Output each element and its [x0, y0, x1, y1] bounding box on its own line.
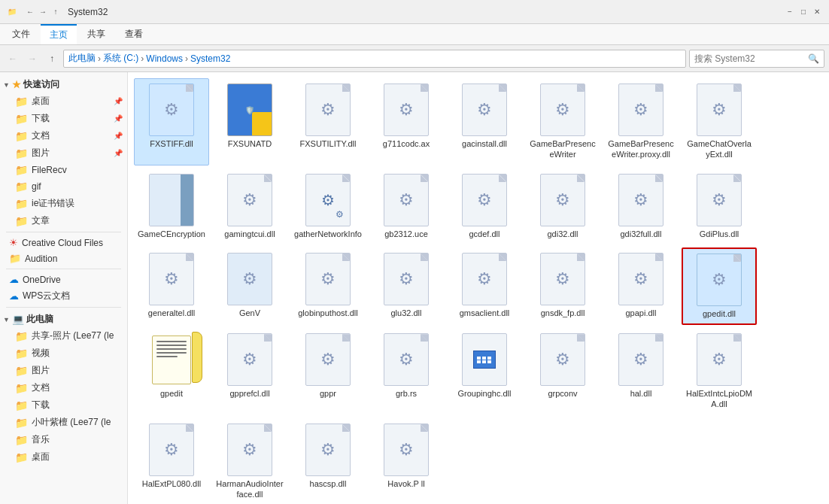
sidebar-item-article[interactable]: 📁 文章 — [6, 212, 127, 229]
file-item-grpconv[interactable]: ⚙ grpconv — [525, 328, 600, 415]
file-item-g711[interactable]: ⚙ g711codc.ax — [369, 78, 444, 165]
file-item-gamecrypt[interactable]: GameCEncryption — [134, 169, 209, 244]
sidebar-wps[interactable]: ☁ WPS云文档 — [0, 287, 127, 305]
breadcrumb-system32[interactable]: System32 — [190, 53, 230, 64]
file-item-gamechat[interactable]: ⚙ GameChatOverlayExt.dll — [682, 78, 757, 165]
file-icon-wrap: ⚙ — [223, 253, 276, 305]
file-icon-wrap: ⚙ — [615, 83, 667, 136]
file-item-gamingtcui[interactable]: ⚙ gamingtcui.dll — [212, 169, 287, 244]
sidebar-item-ie-error[interactable]: 📁 ie证书错误 — [6, 195, 127, 212]
gear-icon: ⚙ — [320, 442, 336, 458]
file-item-groupinghc[interactable]: Groupinghc.dll — [447, 328, 522, 415]
tab-file[interactable]: 文件 — [3, 25, 39, 44]
forward-nav-icon[interactable]: → — [37, 6, 49, 18]
gear-icon: ⚙ — [320, 102, 336, 118]
tab-home[interactable]: 主页 — [41, 24, 77, 44]
file-item-gamebar1[interactable]: ⚙ GameBarPresenceWriter — [525, 78, 600, 165]
folder-icon: 📁 — [15, 113, 28, 125]
file-item-gppr[interactable]: ⚙ gppr — [290, 328, 366, 415]
file-item-gpapi[interactable]: ⚙ gpapi.dll — [603, 247, 679, 325]
file-item-gcdef[interactable]: ⚙ gcdef.dll — [447, 169, 522, 244]
sidebar-label-gif: gif — [32, 181, 41, 192]
sidebar-shared-photos[interactable]: 📁 共享-照片 (Lee77 (le — [6, 327, 127, 345]
sidebar-audition[interactable]: 📁 Audition — [0, 250, 127, 266]
file-item-gpedit[interactable]: gpedit — [134, 328, 209, 415]
breadcrumb-windows[interactable]: Windows — [146, 53, 183, 64]
sidebar-xiaoyezi[interactable]: 📁 小叶紫檀 (Lee77 (le — [6, 414, 127, 431]
close-button[interactable]: ✕ — [811, 6, 823, 18]
file-item-halext-pl080[interactable]: ⚙ HalExtPL080.dll — [134, 418, 209, 504]
file-label: gpedit — [160, 388, 183, 399]
dll-icon: ⚙ — [305, 333, 351, 386]
file-item-gpprefcl[interactable]: ⚙ gpprefcl.dll — [212, 328, 287, 415]
file-label: gdi32.dll — [548, 229, 578, 239]
tab-share[interactable]: 共享 — [78, 25, 114, 44]
sidebar-item-filerecv[interactable]: 📁 FileRecv — [6, 162, 127, 178]
file-item-gamebar2[interactable]: ⚙ GameBarPresenceWriter.proxy.dll — [603, 78, 679, 165]
file-item-harman[interactable]: ⚙ HarmanAudioInterface.dll — [212, 418, 287, 504]
sidebar-label-desktop: 桌面 — [32, 95, 50, 108]
file-item-glu32[interactable]: ⚙ glu32.dll — [369, 247, 444, 325]
dll-icon: ⚙ — [305, 253, 351, 305]
minimize-button[interactable]: − — [784, 6, 796, 18]
back-button[interactable]: ← — [5, 50, 21, 67]
up-button[interactable]: ↑ — [44, 50, 60, 67]
file-item-hal[interactable]: ⚙ hal.dll — [603, 328, 679, 415]
file-label: gamingtcui.dll — [224, 229, 275, 239]
search-input[interactable] — [694, 53, 808, 64]
file-item-gpedit-dll[interactable]: ⚙ gpedit.dll — [682, 247, 757, 325]
gear-icon: ⚙ — [164, 271, 179, 287]
sidebar-item-gif[interactable]: 📁 gif — [6, 178, 127, 195]
sidebar-quick-access[interactable]: ▼ ★ 快速访问 — [0, 75, 127, 93]
file-item-gathernetwork[interactable]: ⚙ ⚙ gatherNetworkInfo — [290, 169, 366, 244]
file-label: gdi32full.dll — [620, 229, 661, 239]
gear-icon: ⚙ — [242, 351, 257, 368]
file-item-gacinstall[interactable]: ⚙ gacinstall.dll — [447, 78, 522, 165]
file-item-gmsaclient[interactable]: ⚙ gmsaclient.dll — [447, 247, 522, 325]
file-item-grb[interactable]: ⚙ grb.rs — [369, 328, 444, 415]
sidebar-item-desktop[interactable]: 📁 桌面 📌 — [6, 93, 127, 110]
file-item-globinputhost[interactable]: ⚙ globinputhost.dll — [290, 247, 366, 325]
tab-view[interactable]: 查看 — [116, 25, 152, 44]
maximize-button[interactable]: □ — [797, 6, 809, 18]
forward-button[interactable]: → — [24, 50, 41, 67]
sidebar-this-pc[interactable]: ▼ 💻 此电脑 — [0, 310, 127, 327]
sidebar-item-downloads[interactable]: 📁 下载 📌 — [6, 110, 127, 127]
dll-icon: ⚙ — [540, 333, 585, 386]
breadcrumb-computer[interactable]: 此电脑 — [68, 52, 96, 65]
dll-icon: ⚙ ⚙ — [305, 174, 351, 226]
file-item-gnsdk[interactable]: ⚙ gnsdk_fp.dll — [525, 247, 600, 325]
sidebar-pictures2[interactable]: 📁 图片 — [6, 362, 127, 379]
sidebar-item-pictures[interactable]: 📁 图片 📌 — [6, 144, 127, 162]
file-item-havok[interactable]: ⚙ Havok.P ll — [369, 418, 444, 504]
breadcrumb-c[interactable]: 系统 (C:) — [103, 52, 138, 65]
file-item-hascsp[interactable]: ⚙ hascsp.dll — [290, 418, 366, 504]
file-item-fxsutility[interactable]: ⚙ FXSUTILITY.dll — [290, 78, 366, 165]
dll-icon: ⚙ — [540, 174, 585, 226]
file-item-gdi32[interactable]: ⚙ gdi32.dll — [525, 169, 600, 244]
gear-icon: ⚙ — [633, 271, 648, 287]
sidebar-desktop2[interactable]: 📁 桌面 — [6, 448, 127, 466]
search-box[interactable]: 🔍 — [689, 50, 824, 68]
sidebar-music[interactable]: 📁 音乐 — [6, 431, 127, 448]
up-nav-icon[interactable]: ↑ — [50, 6, 62, 18]
sidebar-docs2[interactable]: 📁 文档 — [6, 379, 127, 396]
sidebar-downloads2[interactable]: 📁 下载 — [6, 396, 127, 414]
sidebar-video[interactable]: 📁 视频 — [6, 345, 127, 362]
file-item-fxstiff[interactable]: ⚙ FXSTIFF.dll — [134, 78, 209, 165]
file-item-gdi32full[interactable]: ⚙ gdi32full.dll — [603, 169, 679, 244]
sidebar-creative-cloud[interactable]: ☀ Creative Cloud Files — [0, 235, 127, 250]
file-item-halext-intc[interactable]: ⚙ HalExtIntcLpioDMA.dll — [682, 328, 757, 415]
file-label: gacinstall.dll — [462, 138, 507, 149]
file-item-genv[interactable]: ⚙ GenV — [212, 247, 287, 325]
file-item-gdiplus[interactable]: ⚙ GdiPlus.dll — [682, 169, 757, 244]
sidebar-item-docs[interactable]: 📁 文档 📌 — [6, 127, 127, 144]
sidebar-onedrive[interactable]: ☁ OneDrive — [0, 272, 127, 287]
file-item-generaltel[interactable]: ⚙ generaltel.dll — [134, 247, 209, 325]
file-item-fxsunatd[interactable]: 🛡️ FXSUNATD — [212, 78, 287, 165]
address-path[interactable]: 此电脑 › 系统 (C:) › Windows › System32 — [63, 50, 686, 68]
back-nav-icon[interactable]: ← — [24, 6, 36, 18]
file-item-gb2312[interactable]: ⚙ gb2312.uce — [369, 169, 444, 244]
wps-icon: ☁ — [9, 290, 19, 302]
dll-icon: ⚙ — [305, 83, 351, 136]
